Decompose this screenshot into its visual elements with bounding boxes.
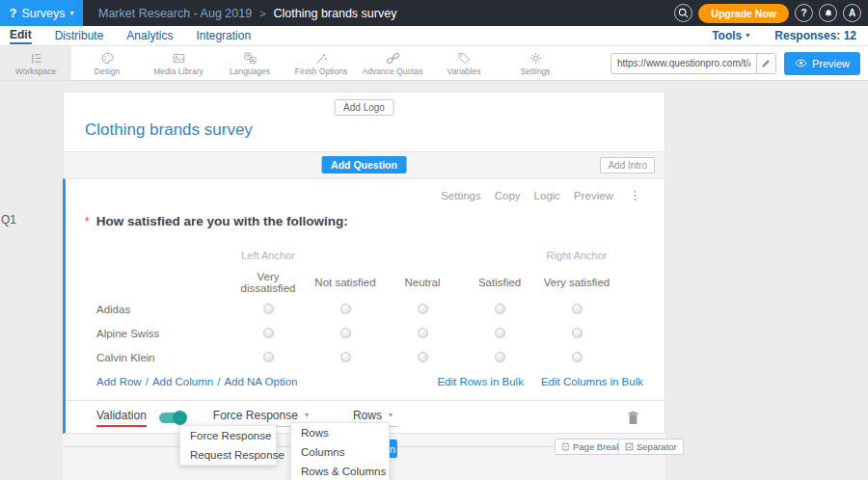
radio-adidas-very-satisfied[interactable] — [572, 304, 583, 314]
notifications-button[interactable] — [819, 4, 837, 22]
validation-label: Validation — [96, 409, 147, 427]
edit-url-button[interactable] — [756, 54, 775, 73]
column-header-neutral: Neutral — [384, 277, 461, 288]
matrix-cell — [538, 304, 615, 314]
link-separator: / — [146, 376, 149, 387]
breadcrumb-folder[interactable]: Market Research - Aug 2019 — [98, 7, 252, 20]
toolbar-item-workspace[interactable]: Workspace — [0, 46, 71, 80]
upgrade-now-button[interactable]: Upgrade Now — [698, 4, 789, 23]
toolbar-item-finish-options[interactable]: Finish Options — [285, 46, 357, 80]
toolbar-item-design[interactable]: Design — [71, 46, 143, 80]
finish-options-icon — [314, 51, 329, 66]
preview-button[interactable]: Preview — [784, 52, 860, 75]
toolbar-item-advance-quotas[interactable]: Advance Quotas — [357, 46, 428, 80]
matrix-cell — [230, 328, 307, 338]
toolbar-item-label: Design — [95, 67, 120, 76]
column-header-very-dissatisfied: Very dissatisfied — [230, 271, 307, 294]
design-icon — [100, 51, 115, 66]
radio-adidas-not-satisfied[interactable] — [340, 304, 351, 314]
matrix-cell — [230, 304, 307, 314]
question-action-settings[interactable]: Settings — [441, 190, 481, 201]
menu-option-columns[interactable]: Columns — [291, 442, 389, 462]
validation-toggle[interactable] — [159, 413, 185, 423]
separator-button[interactable]: Separator — [618, 439, 684, 455]
radio-alpine-swiss-neutral[interactable] — [418, 328, 428, 338]
search-icon — [677, 7, 690, 19]
question-text[interactable]: How satisfied are you with the following… — [96, 214, 348, 228]
page-break-button[interactable]: Page Break — [555, 439, 628, 455]
survey-title[interactable]: Clothing brands survey — [85, 120, 253, 140]
radio-calvin-klein-not-satisfied[interactable] — [340, 352, 351, 362]
question-action-copy[interactable]: Copy — [495, 190, 521, 201]
column-header-satisfied: Satisfied — [461, 277, 538, 288]
radio-alpine-swiss-very-dissatisfied[interactable] — [263, 328, 274, 338]
nav-item-integration[interactable]: Integration — [196, 29, 251, 42]
radio-alpine-swiss-very-satisfied[interactable] — [572, 328, 583, 338]
help-icon: ? — [800, 8, 806, 18]
search-button[interactable] — [674, 4, 692, 22]
radio-calvin-klein-very-satisfied[interactable] — [572, 352, 583, 362]
link-edit-rows-in-bulk[interactable]: Edit Rows in Bulk — [437, 376, 523, 387]
nav-item-distribute[interactable]: Distribute — [55, 29, 104, 42]
response-type-menu: Force ResponseRequest Response — [179, 425, 277, 466]
link-add-column[interactable]: Add Column — [152, 376, 213, 387]
radio-calvin-klein-satisfied[interactable] — [495, 352, 505, 362]
matrix-cell — [384, 304, 461, 314]
surveys-product-menu[interactable]: ? Surveys ▾ — [0, 0, 83, 26]
menu-option-rows[interactable]: Rows — [291, 423, 389, 442]
toolbar-item-settings[interactable]: Settings — [500, 46, 571, 80]
radio-calvin-klein-very-dissatisfied[interactable] — [263, 352, 274, 362]
nav-item-edit[interactable]: Edit — [10, 28, 32, 44]
survey-url-input[interactable] — [611, 58, 756, 68]
radio-alpine-swiss-satisfied[interactable] — [495, 328, 505, 338]
question-card: SettingsCopyLogicPreview ⋮ * How satisfi… — [63, 178, 665, 434]
responses-count-link[interactable]: Responses: 12 — [774, 29, 856, 42]
column-header-very-satisfied: Very satisfied — [538, 277, 615, 288]
link-separator: / — [217, 376, 220, 387]
breadcrumb-separator: > — [259, 8, 265, 19]
kebab-menu-icon[interactable]: ⋮ — [629, 189, 641, 201]
radio-calvin-klein-neutral[interactable] — [418, 352, 428, 362]
settings-icon — [529, 51, 543, 66]
account-avatar[interactable]: A — [843, 4, 861, 22]
radio-adidas-neutral[interactable] — [418, 304, 428, 314]
link-add-row[interactable]: Add Row — [96, 376, 142, 387]
toolbar-item-languages[interactable]: Languages — [214, 46, 285, 80]
toolbar-item-variables[interactable]: Variables — [428, 46, 500, 80]
tools-menu[interactable]: Tools ▾ — [712, 29, 749, 42]
delete-question-button[interactable] — [627, 411, 639, 425]
right-anchor-label: Right Anchor — [538, 250, 615, 261]
variables-icon — [457, 51, 472, 66]
nav-item-analytics[interactable]: Analytics — [126, 29, 173, 42]
question-action-preview[interactable]: Preview — [574, 190, 613, 201]
menu-option-request-response[interactable]: Request Response — [180, 445, 276, 465]
menu-option-rows-columns[interactable]: Rows & Columns — [291, 462, 389, 480]
nav-items: EditDistributeAnalyticsIntegration — [10, 28, 251, 44]
toolbar-item-label: Variables — [448, 67, 481, 76]
add-logo-button[interactable]: Add Logo — [334, 99, 394, 116]
survey-header-card: Add Logo Clothing brands survey — [63, 92, 665, 152]
help-button[interactable]: ? — [795, 4, 813, 22]
validation-scope-value: Rows — [353, 409, 382, 422]
avatar-initial: A — [849, 8, 855, 18]
add-intro-button[interactable]: Add Intro — [600, 157, 655, 173]
link-edit-columns-in-bulk[interactable]: Edit Columns in Bulk — [541, 376, 643, 387]
required-marker: * — [85, 215, 90, 228]
radio-alpine-swiss-not-satisfied[interactable] — [340, 328, 351, 338]
question-action-logic[interactable]: Logic — [534, 190, 561, 201]
main-nav: EditDistributeAnalyticsIntegration Tools… — [0, 26, 868, 46]
matrix-cell — [461, 328, 538, 338]
questionpro-logo-icon: ? — [9, 7, 16, 19]
menu-option-force-response[interactable]: Force Response — [180, 426, 276, 445]
radio-adidas-very-dissatisfied[interactable] — [263, 304, 274, 314]
link-add-na-option[interactable]: Add NA Option — [224, 376, 297, 387]
radio-adidas-satisfied[interactable] — [495, 304, 505, 314]
matrix-cell — [384, 328, 461, 338]
trash-icon — [627, 411, 639, 425]
matrix-cell — [461, 304, 538, 314]
toolbar-item-media-library[interactable]: Media Library — [143, 46, 214, 80]
add-question-button[interactable]: Add Question — [321, 156, 407, 173]
matrix-row-alpine-swiss: Alpine Swiss — [66, 321, 665, 345]
matrix-header-row: Very dissatisfiedNot satisfiedNeutralSat… — [66, 268, 665, 297]
toolbar-item-label: Languages — [230, 67, 270, 76]
